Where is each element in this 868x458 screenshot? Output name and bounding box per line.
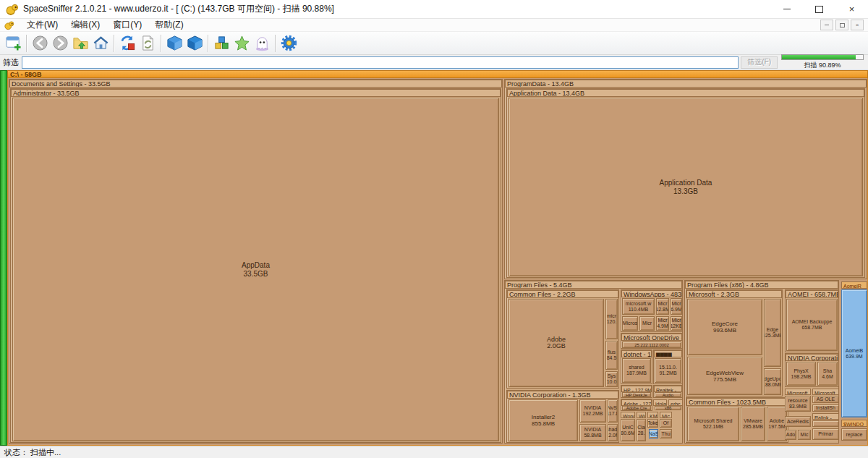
- header-wonde[interactable]: Wonde: [621, 412, 635, 418]
- block-micr-12kb[interactable]: Micr 12KB: [671, 316, 682, 331]
- block-edge[interactable]: Edge 425.3MB: [764, 299, 781, 367]
- filter-input[interactable]: [22, 56, 739, 69]
- block-edgeupdate[interactable]: EdgeUpda 188.0MB: [764, 368, 781, 395]
- options-button[interactable]: [278, 33, 299, 54]
- header-mic[interactable]: Mic: [660, 412, 672, 418]
- header-microsoft-23[interactable]: Microsoft - 2.3GB: [686, 290, 782, 298]
- block-ralink-sub[interactable]: [812, 420, 839, 427]
- block-physx[interactable]: PhysX 198.2MB: [786, 362, 816, 386]
- header-microsoft-right[interactable]: Microsoft: [812, 389, 839, 395]
- block-adobe[interactable]: Adobe 2.0GB: [509, 299, 604, 387]
- header-hp[interactable]: HP - 127.9M: [621, 386, 652, 392]
- block-sha[interactable]: Sha 4.6M: [817, 362, 838, 386]
- block-replace[interactable]: replace: [841, 428, 867, 441]
- maximize-button[interactable]: [803, 0, 835, 18]
- block-onedrive-version[interactable]: 25.222.1112.0002: [622, 342, 681, 348]
- block-nvst[interactable]: NvSt 117.8: [608, 399, 618, 423]
- block-sys[interactable]: Sys 10.0: [605, 371, 618, 387]
- block-microsoft-shared[interactable]: Microsoft Shared 522.1MB: [687, 407, 739, 441]
- header-common-files[interactable]: Common Files - 2.2GB: [507, 290, 618, 298]
- header-dotnet[interactable]: dotnet - 188.: [621, 350, 652, 357]
- header-program-files[interactable]: Program Files - 5.4GB: [505, 281, 682, 289]
- header-common-files-x86[interactable]: Common Files - 1023.5MB: [686, 398, 788, 406]
- header-winc[interactable]: Winc: [637, 412, 646, 418]
- home-button[interactable]: [90, 33, 111, 54]
- block-thu[interactable]: Thu: [660, 429, 672, 438]
- block-audio[interactable]: Audio: [655, 392, 681, 397]
- block-hp-deskjet[interactable]: HP DeskJe: [622, 392, 651, 397]
- less-detail-button[interactable]: [164, 33, 184, 54]
- block-vmware[interactable]: VMware 285.8MB: [741, 407, 765, 441]
- block-toke[interactable]: Toke: [647, 419, 658, 428]
- block-nas-selected[interactable]: NaS: [649, 429, 658, 438]
- header-erbc[interactable]: erbc: [668, 399, 683, 406]
- block-aomei-backupper[interactable]: AOMEI Backuppe 658.7MB: [786, 299, 838, 351]
- block-micros[interactable]: Micros: [622, 316, 638, 331]
- header-ralink[interactable]: Ralink -: [812, 413, 839, 420]
- refresh-view-button[interactable]: [137, 33, 158, 54]
- block-micr-49[interactable]: Micr 4.9M: [656, 316, 669, 331]
- header-cjk-app[interactable]: ▇▇▇▇: [654, 350, 682, 357]
- menu-edit[interactable]: 编辑(X): [64, 19, 106, 31]
- menu-window[interactable]: 窗口(Y): [106, 19, 148, 31]
- block-micr-128[interactable]: Micr 12.8M: [656, 298, 669, 315]
- header-onedrive[interactable]: Microsoft OneDrive - 2: [621, 334, 682, 341]
- block-adobe-creative[interactable]: Adobe Cre: [622, 406, 651, 410]
- header-application-data[interactable]: Application Data - 13.4GB: [507, 89, 864, 97]
- block-microsoft-w[interactable]: microsoft.w 110.4MB: [622, 298, 655, 315]
- minimize-button[interactable]: [770, 0, 803, 18]
- block-micr-b[interactable]: Micr: [639, 316, 655, 331]
- menu-file[interactable]: 文件(W): [20, 19, 64, 31]
- header-realtek[interactable]: Realtek -: [654, 386, 682, 392]
- header-program-files-x86[interactable]: Program Files (x86) - 4.8GB: [685, 281, 838, 289]
- mdi-minimize-button[interactable]: [820, 20, 833, 30]
- header-adobe-127[interactable]: Adobe - 127: [621, 399, 652, 406]
- up-folder-button[interactable]: [70, 33, 90, 54]
- block-resource[interactable]: resource 83.9MB: [785, 396, 811, 412]
- header-idplay[interactable]: idplay: [653, 399, 667, 406]
- block-mic-small[interactable]: Mic: [798, 430, 811, 440]
- block-appdata[interactable]: AppData 33.5GB: [12, 98, 499, 441]
- header-administrator[interactable]: Administrator - 33.5GB: [11, 89, 501, 97]
- block-free-space[interactable]: [0, 70, 7, 446]
- header-windowsapps[interactable]: WindowsApps - 483.4M: [621, 290, 682, 297]
- block-nvidia-192[interactable]: NVIDIA 192.2MB: [579, 399, 606, 423]
- file-classes-button[interactable]: [211, 33, 231, 54]
- block-application-data[interactable]: Application Data 13.3GB: [509, 98, 863, 276]
- block-edgewebview[interactable]: EdgeWebView 775.5MB: [687, 357, 762, 395]
- block-cla[interactable]: Cla 28.: [637, 419, 646, 441]
- block-shared[interactable]: shared 187.9MB: [622, 358, 651, 383]
- header-kmsp[interactable]: KMSp: [647, 412, 658, 418]
- block-aceredist[interactable]: AceRedis: [785, 416, 811, 427]
- block-micr-69[interactable]: Micr 6.9M: [671, 298, 682, 315]
- block-flus[interactable]: flus 84.5: [605, 341, 618, 370]
- header-drive-c[interactable]: C:\ - 58GB: [7, 70, 868, 78]
- block-shado[interactable]: Shado 22.0M: [608, 424, 618, 441]
- block-adobe-197[interactable]: Adobe 197.5M: [767, 407, 787, 441]
- more-detail-button[interactable]: [184, 33, 205, 54]
- block-aomei-file[interactable]: AomeiB 639.9M: [841, 289, 867, 417]
- forward-button[interactable]: [50, 33, 70, 54]
- block-micr-120[interactable]: micr 120.: [605, 299, 618, 339]
- block-installer2[interactable]: Installer2 855.8MB: [509, 399, 578, 441]
- back-button[interactable]: [30, 33, 50, 54]
- block-unic[interactable]: UniC 80.6M: [621, 419, 635, 441]
- header-aomei-recovery[interactable]: AomeiR: [841, 281, 867, 289]
- header-nvidia-x86[interactable]: NVIDIA Corporati: [786, 354, 838, 361]
- block-edgecore[interactable]: EdgeCore 993.6MB: [687, 299, 762, 355]
- header-windows-bt[interactable]: $WINDO: [841, 420, 867, 427]
- header-documents-and-settings[interactable]: Documents and Settings - 33.5GB: [9, 80, 502, 88]
- filter-star-button[interactable]: [231, 33, 252, 54]
- header-programdata[interactable]: ProgramData - 13.4GB: [505, 80, 867, 88]
- filter-apply-button[interactable]: 筛选(F): [741, 56, 778, 69]
- block-primar[interactable]: Primar: [812, 428, 839, 440]
- block-x86[interactable]: x86: [655, 406, 681, 410]
- header-aomei[interactable]: AOMEI - 658.7MB: [786, 290, 838, 298]
- block-installshield[interactable]: InstallSh: [812, 404, 839, 412]
- block-ado[interactable]: Ado: [785, 430, 796, 440]
- header-nvidia-corporation[interactable]: NVIDIA Corporation - 1.3GB: [507, 391, 618, 399]
- block-of[interactable]: Of: [660, 419, 672, 428]
- mdi-restore-button[interactable]: [835, 20, 848, 30]
- block-nvidia-58[interactable]: NVIDIA 58.8MB: [579, 424, 606, 441]
- block-as-ole[interactable]: AS OLE: [812, 396, 839, 403]
